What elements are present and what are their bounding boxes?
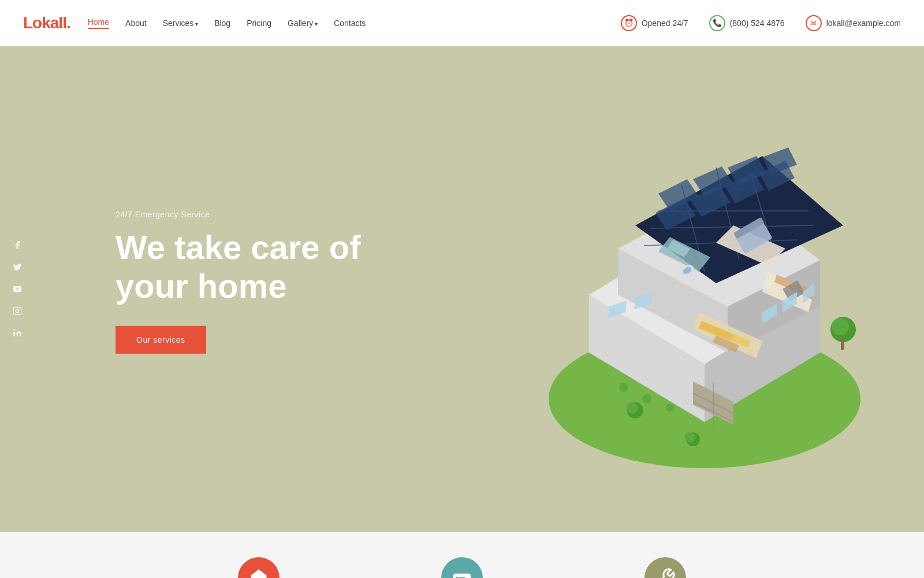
youtube-icon[interactable] xyxy=(12,283,23,295)
svg-point-58 xyxy=(685,432,695,442)
phone-info[interactable]: 📞 (800) 524 4876 xyxy=(709,15,785,31)
facebook-icon[interactable] xyxy=(12,239,23,251)
social-bar xyxy=(12,239,23,339)
service-item-tools xyxy=(644,557,686,578)
header: Lokall. Home About Services Blog Pricing… xyxy=(0,0,924,46)
hero-section: 24/7 Emergency Service We take care of y… xyxy=(0,46,924,532)
house-svg xyxy=(520,110,889,468)
main-nav: Home About Services Blog Pricing Gallery… xyxy=(88,17,366,29)
svg-point-61 xyxy=(666,403,674,412)
twitter-icon[interactable] xyxy=(12,261,23,273)
house-illustration xyxy=(520,110,889,468)
nav-gallery[interactable]: Gallery xyxy=(288,18,318,28)
logo[interactable]: Lokall. xyxy=(23,14,70,32)
svg-point-53 xyxy=(832,318,849,335)
logo-text: Lokall xyxy=(23,14,66,32)
clock-icon: ⏰ xyxy=(621,15,637,31)
instagram-icon[interactable] xyxy=(12,305,23,317)
svg-point-59 xyxy=(619,383,628,392)
logo-dot: . xyxy=(66,14,70,32)
service-item-ac xyxy=(441,557,483,578)
nav-home[interactable]: Home xyxy=(88,17,109,29)
email-info[interactable]: ✉ lokall@example.com xyxy=(806,15,901,31)
email-icon: ✉ xyxy=(806,15,822,31)
header-right: ⏰ Opened 24/7 📞 (800) 524 4876 ✉ lokall@… xyxy=(621,15,901,31)
hours-text: Opened 24/7 xyxy=(642,18,688,28)
ac-service-icon xyxy=(441,557,483,578)
svg-point-2 xyxy=(16,309,18,312)
hero-content: 24/7 Emergency Service We take care of y… xyxy=(116,210,360,354)
nav-blog[interactable]: Blog xyxy=(214,18,230,28)
hero-subtitle: 24/7 Emergency Service xyxy=(116,210,360,219)
bottom-services-section xyxy=(0,532,924,578)
hours-info: ⏰ Opened 24/7 xyxy=(621,15,688,31)
svg-rect-1 xyxy=(13,307,21,314)
svg-point-60 xyxy=(642,394,651,403)
phone-text: (800) 524 4876 xyxy=(730,18,785,28)
hero-title: We take care of your home xyxy=(116,228,360,305)
service-item-home xyxy=(238,557,280,578)
svg-point-56 xyxy=(627,402,638,414)
home-repair-icon xyxy=(238,557,280,578)
nav-services[interactable]: Services xyxy=(163,18,198,28)
svg-rect-4 xyxy=(13,332,15,336)
phone-icon: 📞 xyxy=(709,15,725,31)
nav-about[interactable]: About xyxy=(125,18,147,28)
nav-contacts[interactable]: Contacts xyxy=(334,18,366,28)
tools-service-icon xyxy=(644,557,686,578)
svg-rect-54 xyxy=(841,338,844,350)
linkedin-icon[interactable] xyxy=(12,327,23,339)
svg-point-5 xyxy=(13,329,15,331)
svg-point-3 xyxy=(19,309,20,309)
header-left: Lokall. Home About Services Blog Pricing… xyxy=(23,14,366,32)
our-services-button[interactable]: Our services xyxy=(116,326,206,354)
nav-pricing[interactable]: Pricing xyxy=(247,18,271,28)
email-text: lokall@example.com xyxy=(826,18,901,28)
